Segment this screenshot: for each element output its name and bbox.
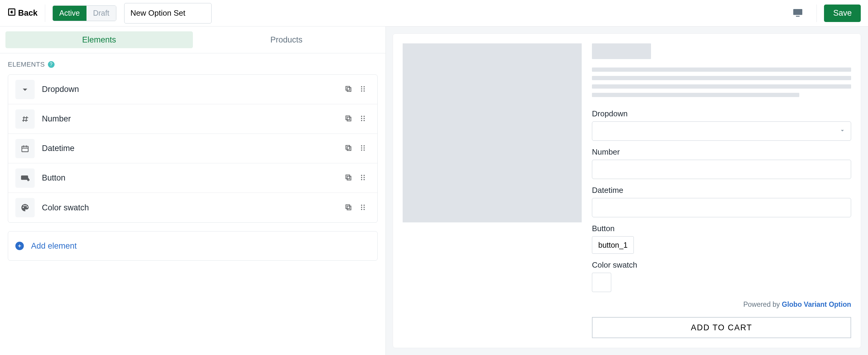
element-label: Button <box>42 173 341 183</box>
palette-icon <box>16 198 35 217</box>
duplicate-button[interactable] <box>341 141 355 156</box>
back-label: Back <box>18 8 38 18</box>
svg-point-39 <box>361 205 362 206</box>
back-icon <box>7 7 18 19</box>
element-row-button[interactable]: Button <box>8 163 377 193</box>
svg-rect-37 <box>347 206 351 210</box>
svg-point-16 <box>364 118 365 119</box>
hash-icon <box>16 109 35 129</box>
svg-rect-19 <box>22 146 28 152</box>
add-element-button[interactable]: Add element <box>8 231 378 261</box>
svg-point-41 <box>361 207 362 208</box>
svg-point-14 <box>364 116 365 117</box>
topbar: Back Active Draft Save <box>0 0 868 27</box>
powered-by: Powered by Globo Variant Option <box>592 300 851 309</box>
status-draft-button[interactable]: Draft <box>87 6 116 21</box>
svg-point-15 <box>361 118 362 119</box>
element-label: Number <box>42 114 341 124</box>
duplicate-button[interactable] <box>341 111 355 127</box>
svg-point-13 <box>361 116 362 117</box>
back-button[interactable]: Back <box>7 7 45 19</box>
drag-handle[interactable] <box>355 111 370 127</box>
drag-icon <box>359 90 367 94</box>
drag-handle[interactable] <box>355 170 370 186</box>
save-button[interactable]: Save <box>824 4 861 22</box>
main-content: Elements Products ELEMENTS ? Dropdown <box>0 27 868 355</box>
tab-products[interactable]: Products <box>193 31 380 48</box>
button-option-label: Button <box>592 224 851 233</box>
skeleton-line <box>592 93 799 97</box>
svg-point-22 <box>361 145 362 147</box>
color-swatch-option[interactable] <box>592 273 611 292</box>
swatch-label: Color swatch <box>592 260 851 270</box>
element-row-number[interactable]: Number <box>8 104 377 134</box>
number-input[interactable] <box>592 160 851 179</box>
drag-handle[interactable] <box>355 82 370 97</box>
svg-point-34 <box>364 177 365 178</box>
svg-point-10 <box>364 90 365 92</box>
svg-point-23 <box>364 145 365 147</box>
svg-point-42 <box>364 207 365 208</box>
copy-icon <box>344 149 352 153</box>
drag-icon <box>359 208 367 213</box>
duplicate-button[interactable] <box>341 82 355 97</box>
preview-pane: Dropdown Number Datetime But <box>386 27 868 355</box>
element-row-datetime[interactable]: Datetime <box>8 134 377 163</box>
drag-handle[interactable] <box>355 141 370 156</box>
svg-rect-12 <box>346 116 350 120</box>
preview-card: Dropdown Number Datetime But <box>393 34 861 348</box>
copy-icon <box>344 90 352 94</box>
section-heading-text: ELEMENTS <box>8 61 45 68</box>
element-label: Datetime <box>42 144 341 153</box>
svg-rect-30 <box>346 175 350 179</box>
divider <box>45 4 45 22</box>
dropdown-select[interactable] <box>592 122 851 141</box>
svg-point-33 <box>361 177 362 178</box>
svg-point-35 <box>361 179 362 180</box>
skeleton-line <box>592 67 851 72</box>
svg-rect-4 <box>346 87 350 90</box>
skeleton-line <box>592 85 851 89</box>
status-toggle: Active Draft <box>53 5 116 21</box>
svg-point-40 <box>364 205 365 206</box>
drag-handle[interactable] <box>355 200 370 216</box>
duplicate-button[interactable] <box>341 170 355 186</box>
svg-point-17 <box>361 120 362 121</box>
calendar-icon <box>16 139 35 158</box>
powered-by-prefix: Powered by <box>743 300 782 308</box>
left-pane: Elements Products ELEMENTS ? Dropdown <box>0 27 386 355</box>
svg-rect-3 <box>347 88 351 92</box>
svg-point-27 <box>364 150 365 151</box>
drag-icon <box>359 178 367 183</box>
divider <box>816 4 817 22</box>
powered-by-link[interactable]: Globo Variant Option <box>782 300 851 308</box>
add-element-label: Add element <box>31 241 77 251</box>
status-active-button[interactable]: Active <box>53 6 87 21</box>
desktop-preview-button[interactable] <box>790 5 806 22</box>
tabs: Elements Products <box>0 27 385 53</box>
add-to-cart-button[interactable]: ADD TO CART <box>592 317 851 338</box>
svg-rect-20 <box>347 147 351 151</box>
tab-elements[interactable]: Elements <box>5 31 193 48</box>
product-image-placeholder <box>403 43 582 222</box>
svg-rect-1 <box>793 9 802 15</box>
svg-point-18 <box>364 120 365 121</box>
svg-point-25 <box>364 148 365 149</box>
element-row-color-swatch[interactable]: Color swatch <box>8 193 377 222</box>
caret-down-icon <box>16 80 35 99</box>
button-option-value[interactable]: button_1 <box>592 236 634 254</box>
copy-icon <box>344 119 352 124</box>
element-label: Color swatch <box>42 203 341 213</box>
option-set-title-input[interactable] <box>124 3 212 24</box>
svg-point-5 <box>361 86 362 87</box>
skeleton-line <box>592 76 851 80</box>
element-label: Dropdown <box>42 85 341 94</box>
element-row-dropdown[interactable]: Dropdown <box>8 75 377 104</box>
duplicate-button[interactable] <box>341 200 355 216</box>
product-form: Dropdown Number Datetime But <box>592 43 851 338</box>
svg-point-32 <box>364 175 365 176</box>
drag-icon <box>359 149 367 153</box>
help-icon[interactable]: ? <box>48 61 55 68</box>
datetime-input[interactable] <box>592 198 851 217</box>
svg-rect-2 <box>796 16 800 17</box>
